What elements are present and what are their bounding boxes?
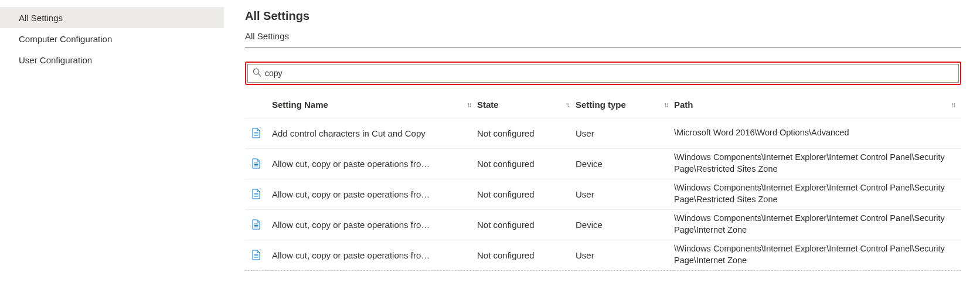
cell-path: \Windows Components\Internet Explorer\In… [674, 209, 961, 240]
cell-setting-type: User [576, 118, 674, 148]
table-row[interactable]: Allow cut, copy or paste operations fro…… [245, 209, 961, 240]
column-label: Path [674, 100, 693, 110]
sort-icon: ↑↓ [467, 101, 470, 109]
divider [245, 47, 961, 47]
cell-setting-name: Allow cut, copy or paste operations fro… [272, 179, 477, 209]
page-title: All Settings [245, 9, 961, 23]
column-header-icon [245, 92, 272, 118]
cell-state: Not configured [477, 209, 576, 240]
svg-line-1 [258, 74, 261, 77]
search-box[interactable] [247, 64, 959, 83]
settings-table: Setting Name ↑↓ State ↑↓ Setting type ↑↓ [245, 92, 961, 271]
sort-icon: ↑↓ [565, 101, 569, 109]
search-input[interactable] [265, 69, 954, 78]
column-header-setting-type[interactable]: Setting type ↑↓ [576, 92, 674, 118]
column-label: State [477, 100, 499, 110]
cell-path: \Windows Components\Internet Explorer\In… [674, 240, 961, 270]
cell-setting-name: Allow cut, copy or paste operations fro… [272, 240, 477, 270]
search-highlight [245, 62, 961, 85]
cell-state: Not configured [477, 118, 576, 148]
cell-state: Not configured [477, 240, 576, 270]
main-content: All Settings All Settings Setting Name [234, 0, 980, 296]
svg-point-0 [253, 69, 258, 74]
column-label: Setting type [576, 100, 626, 110]
sort-icon: ↑↓ [951, 101, 954, 109]
sidebar: All Settings Computer Configuration User… [0, 0, 234, 296]
column-header-setting-name[interactable]: Setting Name ↑↓ [272, 92, 477, 118]
cell-setting-type: Device [576, 209, 674, 240]
sidebar-item-label: All Settings [19, 13, 63, 23]
document-icon [245, 128, 267, 138]
sidebar-item-computer-configuration[interactable]: Computer Configuration [0, 28, 234, 49]
cell-path: \Windows Components\Internet Explorer\In… [674, 148, 961, 179]
sidebar-item-user-configuration[interactable]: User Configuration [0, 49, 234, 70]
breadcrumb: All Settings [245, 31, 961, 41]
table-row[interactable]: Allow cut, copy or paste operations fro…… [245, 179, 961, 209]
sidebar-item-label: User Configuration [19, 55, 92, 65]
cell-setting-name: Allow cut, copy or paste operations fro… [272, 148, 477, 179]
cell-path: \Microsoft Word 2016\Word Options\Advanc… [674, 118, 961, 148]
sidebar-item-all-settings[interactable]: All Settings [0, 7, 224, 28]
table-row[interactable]: Allow cut, copy or paste operations fro…… [245, 240, 961, 270]
cell-setting-name: Add control characters in Cut and Copy [272, 118, 477, 148]
cell-setting-type: User [576, 179, 674, 209]
document-icon [245, 189, 267, 199]
search-icon [253, 68, 261, 79]
cell-setting-name: Allow cut, copy or paste operations fro… [272, 209, 477, 240]
table-row[interactable]: Add control characters in Cut and Copy N… [245, 118, 961, 148]
cell-path: \Windows Components\Internet Explorer\In… [674, 179, 961, 209]
document-icon [245, 250, 267, 260]
cell-state: Not configured [477, 179, 576, 209]
document-icon [245, 158, 267, 169]
sidebar-item-label: Computer Configuration [19, 34, 112, 44]
table-row[interactable]: Allow cut, copy or paste operations fro…… [245, 148, 961, 179]
column-header-path[interactable]: Path ↑↓ [674, 92, 961, 118]
cell-setting-type: Device [576, 148, 674, 179]
document-icon [245, 219, 267, 230]
column-label: Setting Name [272, 100, 328, 110]
column-header-state[interactable]: State ↑↓ [477, 92, 576, 118]
cell-state: Not configured [477, 148, 576, 179]
cell-setting-type: User [576, 240, 674, 270]
sort-icon: ↑↓ [663, 101, 667, 109]
